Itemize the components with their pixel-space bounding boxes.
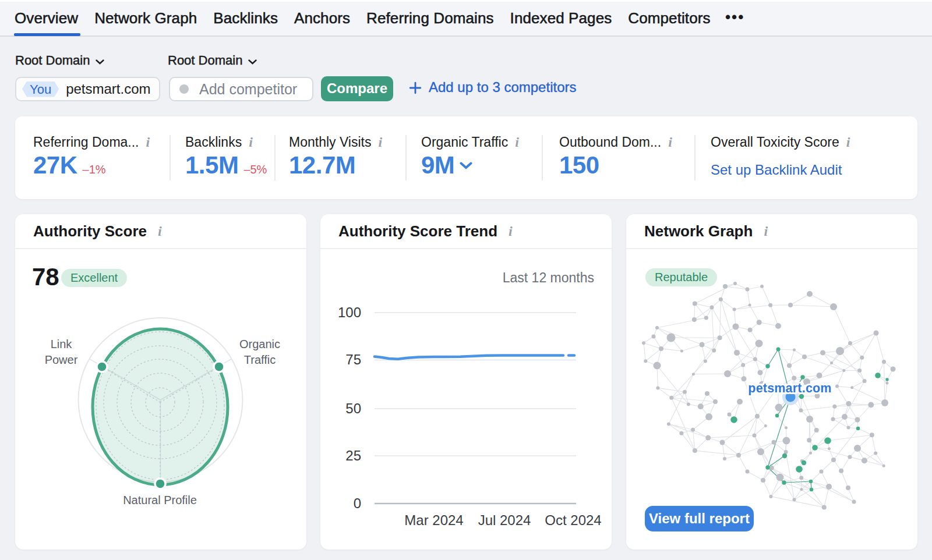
svg-text:Organic: Organic [239,338,280,350]
svg-text:Oct 2024: Oct 2024 [545,512,601,528]
svg-text:Mar 2024: Mar 2024 [404,512,463,528]
svg-text:100: 100 [338,304,361,320]
svg-text:Traffic: Traffic [244,353,276,366]
svg-text:25: 25 [345,448,361,463]
svg-text:50: 50 [345,400,361,416]
svg-text:Power: Power [45,353,78,366]
svg-text:Link: Link [51,338,73,350]
svg-text:0: 0 [354,495,361,511]
svg-text:Jul 2024: Jul 2024 [478,512,531,528]
svg-text:75: 75 [345,352,361,367]
svg-text:Natural Profile: Natural Profile [123,494,197,506]
svg-text:petsmart.com: petsmart.com [748,381,831,395]
